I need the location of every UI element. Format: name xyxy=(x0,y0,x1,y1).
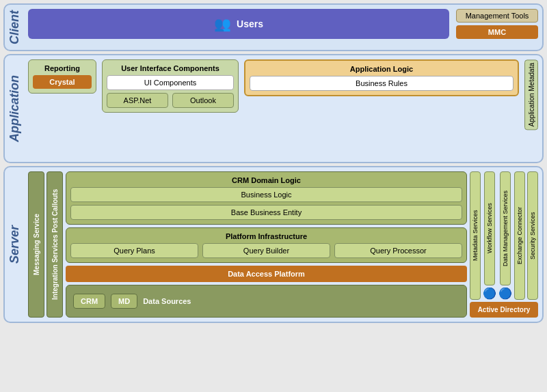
reporting-label: Reporting xyxy=(44,64,80,72)
ui-components-outer: User Interface Components UI Components … xyxy=(102,59,239,113)
query-processor-item: Query Processor xyxy=(334,243,462,258)
business-rules-box: Business Rules xyxy=(250,76,513,91)
reporting-box: Reporting Crystal xyxy=(28,59,96,94)
security-services: Security Services xyxy=(527,171,538,300)
client-label: Client xyxy=(5,5,24,50)
app-logic-title: Application Logic xyxy=(250,65,513,73)
data-mgmt-services: Data Management Services xyxy=(500,171,511,285)
app-metadata-label: Application Metadata xyxy=(524,59,538,130)
crm-domain-title: CRM Domain Logic xyxy=(70,176,462,184)
exchange-connector: Exchange Connector xyxy=(514,171,525,300)
ui-components-title: User Interface Components xyxy=(107,64,234,72)
application-label: Application xyxy=(5,55,24,162)
management-tools-box: Management Tools MMC xyxy=(456,9,538,39)
base-business-box: Base Business Entity xyxy=(70,205,462,220)
data-sources-box: CRM MD Data Sources xyxy=(66,285,467,318)
business-logic-box: Business Logic xyxy=(70,187,462,202)
workflow-icon: 🔵 xyxy=(483,287,496,300)
crm-domain-outer: CRM Domain Logic Business Logic Base Bus… xyxy=(66,171,467,225)
users-icon: 👥 xyxy=(214,16,231,32)
ui-components-inner: UI Components xyxy=(107,75,234,90)
workflow-services: Workflow Services xyxy=(484,171,495,285)
platform-title: Platform Infrastructure xyxy=(70,232,462,240)
server-label: Server xyxy=(5,167,24,322)
md-source: MD xyxy=(111,294,137,309)
crystal-box: Crystal xyxy=(33,75,92,89)
management-tools-label: Management Tools xyxy=(456,9,538,23)
asp-net-item: ASP.Net xyxy=(107,93,168,108)
outlook-item: Outlook xyxy=(172,93,234,108)
platform-outer: Platform Infrastructure Query Plans Quer… xyxy=(66,227,467,263)
mmc-box: MMC xyxy=(456,25,538,39)
integration-services: Integration Services Post Callouts xyxy=(46,171,63,318)
crm-source: CRM xyxy=(73,294,105,309)
app-logic-outer: Application Logic Business Rules xyxy=(244,59,519,96)
data-sources-label: Data Sources xyxy=(143,297,191,305)
active-directory-box: Active Directory xyxy=(470,302,538,318)
users-box: 👥 Users xyxy=(28,9,449,39)
users-label: Users xyxy=(237,18,263,29)
messaging-service: Messaging Service xyxy=(28,171,44,318)
query-plans-item: Query Plans xyxy=(70,243,198,258)
query-builder-item: Query Builder xyxy=(202,243,330,258)
data-mgmt-icon: 🔵 xyxy=(498,287,512,300)
data-access-bar: Data Access Platform xyxy=(66,266,467,282)
metadata-services: Metadata Services xyxy=(470,171,481,300)
